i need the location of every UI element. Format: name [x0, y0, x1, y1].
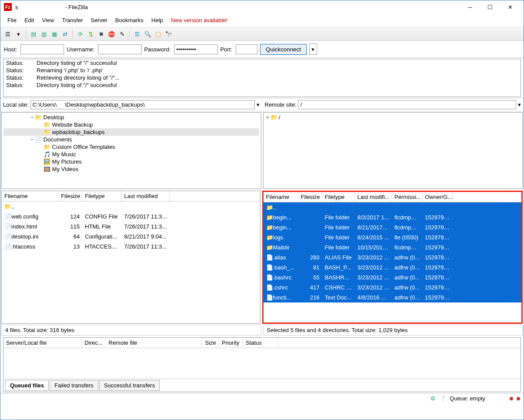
file-row[interactable]: 📁.. [2, 202, 260, 212]
file-row[interactable]: 📄.bash_...81BASH_P...3/23/2012 ...adfrw … [264, 262, 522, 272]
col-filetype[interactable]: Filetype [82, 191, 122, 201]
menu-file[interactable]: File [4, 15, 20, 25]
menu-transfer[interactable]: Transfer [58, 15, 86, 25]
col-filesize[interactable]: Filesize [298, 192, 322, 202]
site-manager-icon[interactable]: ☰ [3, 29, 13, 39]
queue-body[interactable] [3, 348, 521, 379]
col-status[interactable]: Status [243, 338, 278, 348]
help-icon[interactable]: ❔ [439, 395, 446, 402]
menu-edit[interactable]: Edit [21, 15, 37, 25]
maximize-button[interactable]: ☐ [480, 0, 500, 13]
file-row[interactable]: 📄index.html115HTML File7/26/2017 11:3... [2, 222, 260, 232]
host-input[interactable] [20, 44, 64, 54]
message-log[interactable]: Status:Directory listing of "/" successf… [3, 59, 521, 97]
remote-site-input[interactable] [298, 100, 516, 109]
disconnect-icon[interactable]: ⛔ [107, 29, 116, 39]
col-modified[interactable]: Last modifi... [355, 192, 392, 202]
toggle-log-icon[interactable]: ▤ [29, 29, 38, 39]
quickconnect-button[interactable]: Quickconnect [260, 44, 307, 55]
tree-node[interactable]: +📁 / [265, 114, 521, 121]
tree-node[interactable]: 🎵 My Music [3, 151, 259, 158]
username-input[interactable] [98, 44, 142, 54]
close-button[interactable]: ✕ [500, 0, 520, 13]
tab-failed-transfers[interactable]: Failed transfers [50, 380, 98, 391]
cancel-icon[interactable]: ✖ [96, 29, 106, 39]
remote-file-list[interactable]: Filename Filesize Filetype Last modifi..… [262, 191, 523, 324]
separator-icon [129, 30, 130, 38]
file-row[interactable]: 📄web.config124CONFIG File7/26/2017 11:3.… [2, 212, 260, 222]
toggle-queue-icon[interactable]: ⇄ [60, 29, 70, 39]
remote-status: Selected 5 files and 4 directories. Tota… [263, 325, 523, 336]
refresh-icon[interactable]: ⟳ [75, 29, 85, 39]
file-row[interactable]: 📄functi...216Text Doc...4/8/2016 3:...ad… [264, 292, 522, 302]
menu-new-version[interactable]: New version available! [167, 15, 231, 25]
tree-node[interactable]: 📁 Website Backup [3, 121, 259, 128]
tab-successful-transfers[interactable]: Successful transfers [99, 380, 160, 391]
local-file-list[interactable]: Filename Filesize Filetype Last modified… [1, 191, 260, 324]
file-row[interactable]: 📁MaildirFile folder10/15/2012...flcdmpe … [264, 242, 522, 252]
tab-queued-files[interactable]: Queued files [5, 380, 49, 391]
chevron-down-icon[interactable]: ▾ [518, 101, 521, 108]
file-row[interactable]: 📄.alias260ALIAS File3/23/2012 ...adfrw (… [264, 252, 522, 262]
col-modified[interactable]: Last modified [122, 191, 169, 201]
host-label: Host: [4, 46, 17, 53]
file-row[interactable]: 📄.cshrc417CSHRC F...3/23/2012 ...adfrw (… [264, 282, 522, 292]
menu-bookmarks[interactable]: Bookmarks [112, 15, 147, 25]
filezilla-window: Fz sxxxxxxxxxxxxxxxx - FileZilla ─ ☐ ✕ F… [0, 0, 524, 420]
tree-node[interactable]: −📁 Desktop [3, 114, 259, 121]
file-row[interactable]: 📄.htaccess13HTACCESS ...7/26/2017 11:3..… [2, 242, 260, 252]
port-label: Port: [220, 46, 232, 53]
queue-status: Queue: empty [450, 395, 485, 402]
menu-server[interactable]: Server [87, 15, 111, 25]
menu-view[interactable]: View [38, 15, 57, 25]
local-tree[interactable]: −📁 Desktop 📁 Website Backup 📁 wpbackitup… [1, 112, 261, 189]
file-row[interactable]: 📁begin...File folder8/3/2017 1...flcdmpe… [264, 212, 522, 222]
col-server-localfile[interactable]: Server/Local file [3, 338, 82, 348]
col-priority[interactable]: Priority [219, 338, 243, 348]
queue-header: Server/Local file Direc... Remote file S… [3, 338, 521, 348]
toggle-local-tree-icon[interactable]: ▥ [39, 29, 49, 39]
process-queue-icon[interactable]: ⇅ [86, 29, 95, 39]
chevron-down-icon[interactable]: ▾ [257, 101, 260, 108]
file-row[interactable]: 📁begin...File folder8/21/2017...flcdmpe … [264, 222, 522, 232]
minimize-button[interactable]: ─ [460, 0, 480, 13]
menu-help[interactable]: Help [148, 15, 167, 25]
tree-node[interactable]: −📄 Documents [3, 136, 259, 143]
file-row[interactable]: 📄.bashrc55BASHRC...3/23/2012 ...adfrw (0… [264, 272, 522, 282]
local-file-header: Filename Filesize Filetype Last modified [2, 191, 260, 202]
col-direction[interactable]: Direc... [82, 338, 106, 348]
port-input[interactable] [236, 44, 257, 54]
filter-icon[interactable]: ☰ [132, 29, 142, 39]
col-remotefile[interactable]: Remote file [106, 338, 202, 348]
password-input[interactable] [174, 44, 218, 54]
local-site-input[interactable] [30, 100, 255, 109]
col-owner[interactable]: Owner/G... [423, 192, 453, 202]
file-row[interactable]: 📁logsFile folder8/24/2015 ...fle (0550)1… [264, 232, 522, 242]
local-site-label: Local site: [3, 101, 29, 108]
tree-node[interactable]: 🎞️ My Videos [3, 165, 259, 173]
tree-node[interactable]: 📁 wpbackitup_backups [3, 128, 259, 136]
dropdown-icon[interactable]: ▾ [14, 29, 23, 39]
col-filetype[interactable]: Filetype [322, 192, 355, 202]
col-filename[interactable]: Filename [264, 192, 298, 202]
file-row[interactable]: 📄desktop.ini64Configurati...8/21/2017 9:… [2, 232, 260, 242]
tree-node[interactable]: 🖼️ My Pictures [3, 158, 259, 165]
titlebar: Fz sxxxxxxxxxxxxxxxx - FileZilla ─ ☐ ✕ [0, 0, 524, 13]
col-filename[interactable]: Filename [2, 191, 58, 201]
gear-icon[interactable]: ⚙ [430, 395, 436, 402]
col-permissions[interactable]: Permissi... [392, 192, 423, 202]
quickconnect-dropdown[interactable]: ▾ [309, 44, 317, 55]
col-size[interactable]: Size [202, 338, 219, 348]
app-icon: Fz [4, 3, 12, 11]
toggle-remote-tree-icon[interactable]: ▦ [50, 29, 59, 39]
search-icon[interactable]: 🔍 [143, 29, 152, 39]
remote-tree[interactable]: +📁 / [263, 112, 523, 189]
tree-node[interactable]: 📁 Custom Office Templates [3, 143, 259, 151]
binoculars-icon[interactable]: 🔭 [164, 29, 173, 39]
activity-indicator-1 [510, 397, 513, 400]
col-filesize[interactable]: Filesize [58, 191, 82, 201]
log-row: Status:Directory listing of "/" successf… [3, 59, 521, 67]
reconnect-icon[interactable]: ✎ [117, 29, 127, 39]
file-row[interactable]: 📁.. [264, 202, 522, 212]
compare-icon[interactable]: ◯ [153, 29, 163, 39]
